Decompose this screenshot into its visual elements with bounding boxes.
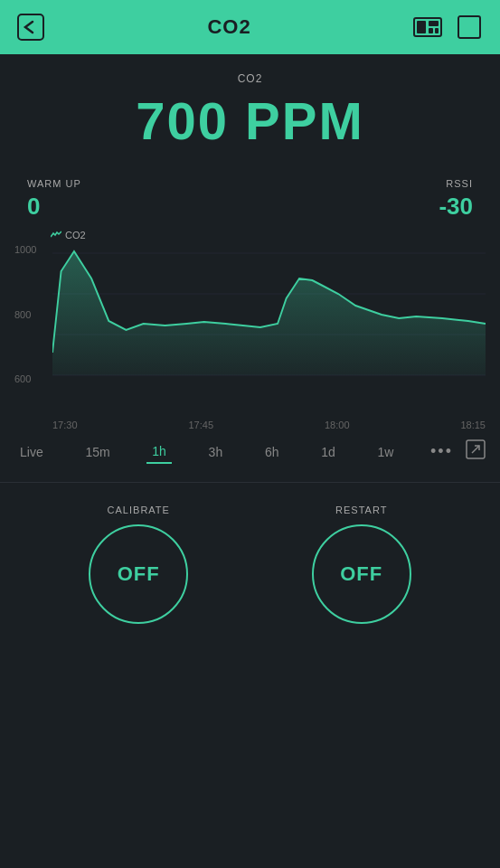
back-button[interactable] xyxy=(14,11,47,43)
divider xyxy=(0,482,500,483)
svg-rect-4 xyxy=(429,28,433,33)
chart-section: CO2 1000 800 600 xyxy=(14,230,486,429)
rssi-value: -30 xyxy=(439,193,473,221)
time-label-1745: 17:45 xyxy=(188,420,213,430)
y-label-1000: 1000 xyxy=(14,244,36,255)
stats-section: WARM UP 0 RSSI -30 xyxy=(0,160,500,230)
action-buttons-section: CALIBRATE OFF RESTART OFF xyxy=(0,495,500,642)
co2-sensor-label: CO2 xyxy=(0,72,500,85)
y-label-800: 800 xyxy=(14,309,36,320)
time-axis: 17:30 17:45 18:00 18:15 xyxy=(14,416,486,430)
expand-icon[interactable] xyxy=(453,11,486,43)
time-label-1730: 17:30 xyxy=(52,420,78,430)
time-btn-6h[interactable]: 6h xyxy=(259,441,285,463)
time-btn-live[interactable]: Live xyxy=(14,441,49,463)
restart-button[interactable]: OFF xyxy=(312,524,411,624)
svg-rect-0 xyxy=(18,14,43,40)
page-title: CO2 xyxy=(207,15,250,39)
time-btn-1h[interactable]: 1h xyxy=(146,440,172,464)
svg-rect-3 xyxy=(429,21,439,26)
y-label-600: 600 xyxy=(14,373,36,384)
warmup-value: 0 xyxy=(27,193,81,221)
header: CO2 xyxy=(0,0,500,54)
svg-rect-5 xyxy=(435,28,439,33)
calibrate-label: CALIBRATE xyxy=(108,505,170,515)
device-icon[interactable] xyxy=(411,11,444,43)
chart-label: CO2 xyxy=(14,230,486,241)
time-extras: ••• xyxy=(430,439,486,464)
time-label-1800: 18:00 xyxy=(325,420,350,430)
svg-rect-2 xyxy=(417,21,426,33)
warmup-label: WARM UP xyxy=(27,178,81,189)
restart-block: RESTART OFF xyxy=(312,505,411,624)
calibrate-block: CALIBRATE OFF xyxy=(89,505,188,624)
co2-reading: 700 PPM xyxy=(0,90,500,151)
chart-canvas: 1000 800 600 xyxy=(14,244,486,416)
time-btn-15m[interactable]: 15m xyxy=(80,441,115,463)
time-label-1815: 18:15 xyxy=(460,420,486,430)
rssi-block: RSSI -30 xyxy=(439,178,473,221)
restart-label: RESTART xyxy=(335,505,387,515)
warmup-block: WARM UP 0 xyxy=(27,178,81,221)
time-btn-3h[interactable]: 3h xyxy=(203,441,229,463)
co2-section: CO2 700 PPM xyxy=(0,54,500,160)
rssi-label: RSSI xyxy=(439,178,473,189)
y-axis: 1000 800 600 xyxy=(14,244,36,384)
time-btn-1d[interactable]: 1d xyxy=(316,441,341,463)
time-btn-1w[interactable]: 1w xyxy=(372,441,399,463)
calibrate-button[interactable]: OFF xyxy=(89,524,188,624)
svg-rect-6 xyxy=(458,16,480,38)
export-button[interactable] xyxy=(466,439,486,464)
header-icons xyxy=(411,11,486,43)
more-options-button[interactable]: ••• xyxy=(430,442,453,461)
time-range-bar: Live 15m 1h 3h 6h 1d 1w ••• xyxy=(0,429,500,469)
